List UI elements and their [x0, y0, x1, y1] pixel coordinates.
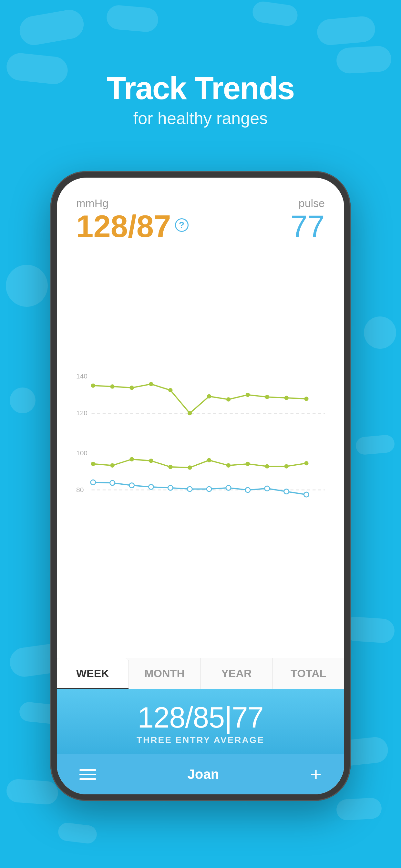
green-upper-line	[93, 384, 306, 413]
green-upper-dot-2	[111, 384, 115, 389]
green-upper-dot-6	[188, 411, 192, 415]
average-label: THREE ENTRY AVERAGE	[66, 735, 335, 745]
green-lower-dot-6	[188, 465, 192, 469]
blue-dot-4	[149, 485, 153, 489]
blue-dot-8	[226, 485, 231, 490]
pulse-value: 77	[290, 211, 325, 242]
green-lower-dot-7	[207, 458, 211, 462]
phone-outer-frame: mmHg 128/87 ? pulse 77 14	[50, 171, 351, 801]
bottom-nav: Joan +	[57, 754, 344, 795]
mmhg-label: mmHg	[76, 197, 189, 210]
phone-screen: mmHg 128/87 ? pulse 77 14	[57, 178, 344, 795]
page-subtitle: for healthy ranges	[0, 108, 401, 128]
green-upper-dot-1	[91, 383, 95, 388]
pulse-label: pulse	[290, 197, 325, 210]
menu-button[interactable]	[80, 769, 96, 780]
blue-dot-11	[284, 489, 289, 494]
green-lower-dot-8	[226, 463, 230, 468]
green-lower-dot-2	[111, 463, 115, 468]
green-upper-dot-12	[304, 397, 308, 401]
bp-stat-block: mmHg 128/87 ?	[76, 197, 189, 242]
green-lower-dot-1	[91, 462, 95, 466]
bp-value: 128/87 ?	[76, 211, 189, 242]
y-label-120: 120	[76, 409, 88, 416]
green-lower-dot-12	[304, 461, 308, 465]
stats-row: mmHg 128/87 ? pulse 77	[76, 197, 325, 242]
trend-chart: 140 120 100 80	[76, 252, 325, 658]
blue-dot-7	[207, 487, 212, 492]
green-upper-dot-11	[284, 396, 289, 400]
blue-dot-3	[129, 483, 134, 488]
header-section: Track Trends for healthy ranges	[0, 71, 401, 128]
green-upper-dot-5	[168, 388, 173, 392]
green-lower-line	[93, 459, 306, 468]
green-lower-dot-4	[149, 459, 153, 463]
time-tabs: WEEK MONTH YEAR TOTAL	[57, 658, 344, 689]
chart-area: 140 120 100 80	[76, 252, 325, 658]
y-label-140: 140	[76, 372, 88, 380]
add-button[interactable]: +	[310, 765, 321, 784]
tab-year[interactable]: YEAR	[201, 658, 273, 689]
user-name: Joan	[187, 767, 219, 782]
blue-dot-1	[91, 480, 96, 485]
green-upper-dot-9	[246, 393, 250, 397]
y-label-100: 100	[76, 449, 88, 457]
phone-main-content: mmHg 128/87 ? pulse 77 14	[57, 178, 344, 658]
blue-dot-5	[168, 485, 173, 490]
average-section: 128/85|77 THREE ENTRY AVERAGE	[57, 689, 344, 754]
blue-dot-10	[265, 486, 270, 491]
tab-total[interactable]: TOTAL	[273, 658, 344, 689]
average-value: 128/85|77	[66, 701, 335, 734]
phone-mockup: mmHg 128/87 ? pulse 77 14	[50, 171, 351, 801]
green-upper-dot-7	[207, 394, 211, 399]
blue-dot-12	[304, 492, 309, 497]
y-label-80: 80	[76, 486, 84, 493]
green-lower-dot-9	[246, 462, 250, 466]
tab-month[interactable]: MONTH	[129, 658, 201, 689]
blue-pulse-line	[93, 483, 306, 495]
green-lower-dot-11	[284, 464, 289, 468]
page-title: Track Trends	[0, 71, 401, 106]
pulse-stat-block: pulse 77	[290, 197, 325, 242]
green-upper-dot-3	[129, 385, 134, 390]
help-icon[interactable]: ?	[175, 218, 189, 232]
green-lower-dot-3	[129, 457, 134, 461]
green-upper-dot-8	[226, 397, 230, 401]
green-upper-dot-10	[265, 395, 269, 399]
tab-week[interactable]: WEEK	[57, 658, 129, 689]
green-lower-dot-10	[265, 464, 269, 468]
green-upper-dot-4	[149, 382, 153, 386]
blue-dot-6	[187, 487, 192, 492]
blue-dot-9	[245, 488, 250, 492]
blue-dot-2	[110, 480, 115, 485]
green-lower-dot-5	[168, 465, 173, 469]
